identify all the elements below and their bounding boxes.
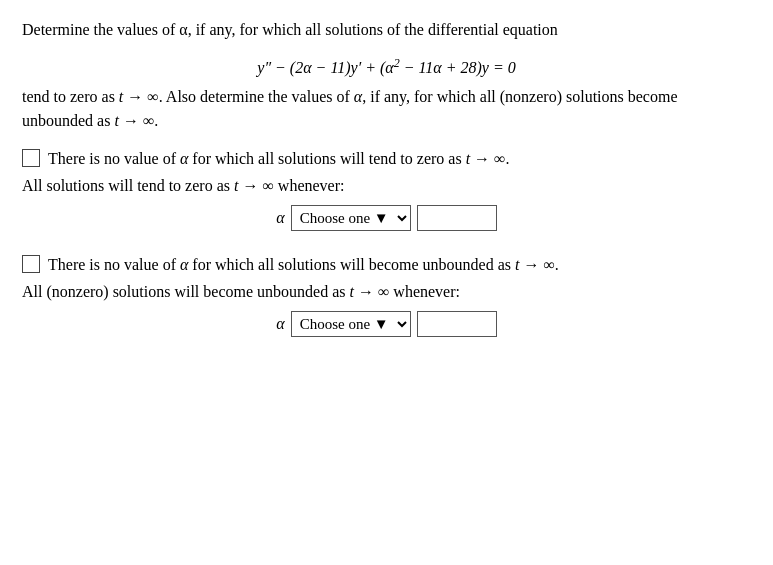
problem-statement: Determine the values of α, if any, for w… [22,18,751,42]
checkbox-row-1: There is no value of α for which all sol… [22,147,751,171]
tend-label-1: All solutions will tend to zero as t → ∞… [22,177,751,195]
alpha-row-2: α Choose one ▼ < ≤ > ≥ = [22,311,751,337]
section-1: There is no value of α for which all sol… [22,147,751,231]
alpha-row-1: α Choose one ▼ < ≤ > ≥ = [22,205,751,231]
continuation-text: tend to zero as t → ∞. Also determine th… [22,85,751,133]
checkbox-row-2: There is no value of α for which all sol… [22,253,751,277]
tend-label-2: All (nonzero) solutions will become unbo… [22,283,751,301]
answer-box-1[interactable] [417,205,497,231]
choose-select-2[interactable]: Choose one ▼ < ≤ > ≥ = [291,311,411,337]
alpha-symbol-1: α [276,209,284,227]
section-2: There is no value of α for which all sol… [22,253,751,337]
answer-box-2[interactable] [417,311,497,337]
choose-select-1[interactable]: Choose one ▼ < ≤ > ≥ = [291,205,411,231]
checkbox-label-2: There is no value of α for which all sol… [48,253,559,277]
checkbox-2[interactable] [22,255,40,273]
alpha-symbol-2: α [276,315,284,333]
intro-text: Determine the values of α, if any, for w… [22,21,558,38]
checkbox-label-1: There is no value of α for which all sol… [48,147,510,171]
equation-display: y″ − (2α − 11)y′ + (α2 − 11α + 28)y = 0 [22,56,751,77]
equation-text: y″ − (2α − 11)y′ + (α2 − 11α + 28)y = 0 [257,59,515,76]
checkbox-1[interactable] [22,149,40,167]
